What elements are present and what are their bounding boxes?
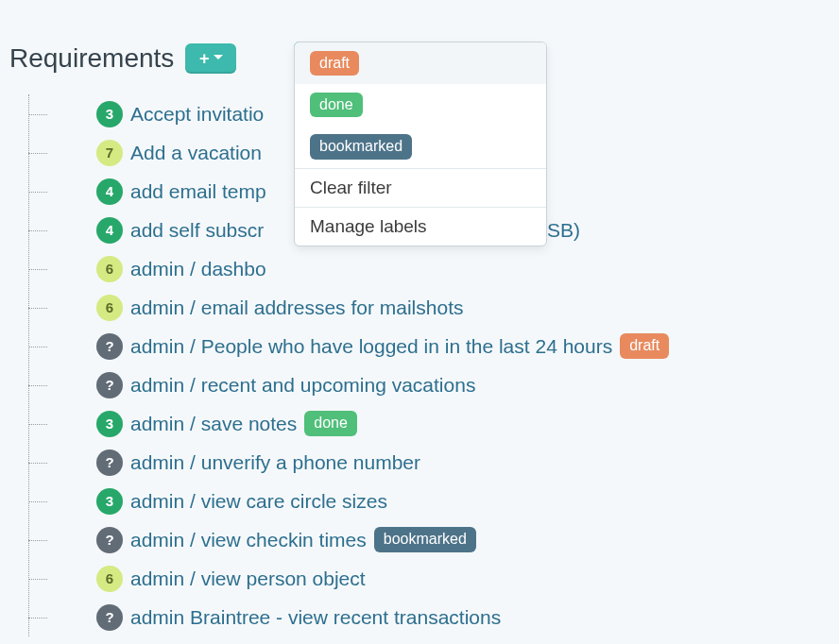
score-badge: ? xyxy=(96,372,123,398)
filter-option-bookmarked[interactable]: bookmarked xyxy=(295,126,546,167)
requirement-link[interactable]: add self subscr xyxy=(130,219,264,242)
requirement-link[interactable]: admin / email addresses for mailshots xyxy=(130,297,463,319)
tree-branch-icon xyxy=(28,520,55,559)
tree-row: ?admin / view checkin timesbookmarked xyxy=(28,520,839,559)
requirement-link[interactable]: add email temp xyxy=(130,180,266,203)
tree-row: 6admin / dashbo xyxy=(28,249,839,288)
tree-branch-icon xyxy=(28,482,55,520)
tree-branch-icon xyxy=(28,598,55,636)
score-badge: ? xyxy=(96,333,123,360)
score-badge: ? xyxy=(96,449,123,476)
score-badge: 6 xyxy=(96,295,123,321)
score-badge: 4 xyxy=(96,178,123,205)
requirement-link[interactable]: admin / recent and upcoming vacations xyxy=(130,374,475,397)
manage-labels-option[interactable]: Manage labels xyxy=(295,208,546,246)
requirement-link[interactable]: Accept invitatio xyxy=(130,103,264,126)
tree-row: ?admin / recent and upcoming vacations xyxy=(28,365,839,404)
tree-branch-icon xyxy=(28,172,55,211)
score-badge: 4 xyxy=(96,217,123,244)
score-badge: ? xyxy=(96,527,123,553)
tree-row: 3admin / view care circle sizes xyxy=(28,482,839,520)
tree-row: ?admin / People who have logged in in th… xyxy=(28,327,839,365)
score-badge: ? xyxy=(96,604,123,631)
tag-draft: draft xyxy=(620,333,669,358)
tree-row: 6admin / email addresses for mailshots xyxy=(28,288,839,327)
tree-branch-icon xyxy=(28,288,55,327)
chevron-down-icon xyxy=(214,55,223,64)
tree-row: ?admin Braintree - view recent transacti… xyxy=(28,598,839,636)
score-badge: 3 xyxy=(96,411,123,437)
tag-done: done xyxy=(310,93,363,117)
tree-row: 6admin / view person object xyxy=(28,559,839,598)
requirement-link[interactable]: admin / dashbo xyxy=(130,258,266,280)
filter-option-done[interactable]: done xyxy=(295,84,546,126)
tag-draft: draft xyxy=(310,51,359,76)
requirement-link[interactable]: Add a vacation xyxy=(130,142,262,164)
tree-row: 3admin / save notesdone xyxy=(28,404,839,443)
requirement-link-suffix[interactable]: SB) xyxy=(547,219,580,242)
score-badge: 3 xyxy=(96,488,123,515)
tag-bookmarked: bookmarked xyxy=(374,527,476,551)
tree-branch-icon xyxy=(28,327,55,365)
requirement-link[interactable]: admin Braintree - view recent transactio… xyxy=(130,606,501,629)
score-badge: 3 xyxy=(96,101,123,127)
tag-bookmarked: bookmarked xyxy=(310,134,412,159)
requirement-link[interactable]: admin / save notes xyxy=(130,413,297,435)
tree-branch-icon xyxy=(28,559,55,598)
requirement-link[interactable]: admin / unverify a phone number xyxy=(130,451,420,474)
requirement-link[interactable]: admin / People who have logged in in the… xyxy=(130,335,612,358)
filter-option-draft[interactable]: draft xyxy=(295,42,546,84)
tree-branch-icon xyxy=(28,133,55,172)
tree-branch-icon xyxy=(28,94,55,133)
score-badge: 6 xyxy=(96,256,123,282)
requirement-link[interactable]: admin / view checkin times xyxy=(130,529,367,551)
tree-branch-icon xyxy=(28,404,55,443)
tree-branch-icon xyxy=(28,365,55,404)
tree-branch-icon xyxy=(28,211,55,249)
requirement-link[interactable]: admin / view person object xyxy=(130,568,366,590)
tree-row: ?admin / unverify a phone number xyxy=(28,443,839,482)
tree-branch-icon xyxy=(28,443,55,482)
score-badge: 7 xyxy=(96,140,123,166)
score-badge: 6 xyxy=(96,566,123,592)
tag-done: done xyxy=(304,411,357,435)
clear-filter-option[interactable]: Clear filter xyxy=(295,169,546,207)
plus-icon: + xyxy=(199,49,210,69)
add-requirement-button[interactable]: + xyxy=(185,43,236,74)
requirement-link[interactable]: admin / view care circle sizes xyxy=(130,490,387,513)
page-title: Requirements xyxy=(9,43,174,74)
tree-branch-icon xyxy=(28,249,55,288)
label-filter-dropdown: draft done bookmarked Clear filter Manag… xyxy=(294,42,547,246)
